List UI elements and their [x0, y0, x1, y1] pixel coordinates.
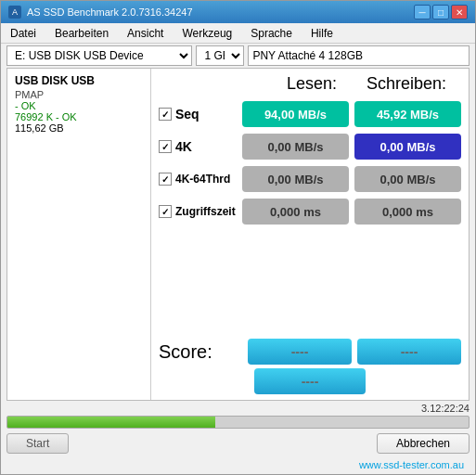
action-row: Start Abbrechen [6, 430, 470, 456]
drive-select[interactable]: E: USB DISK USB Device [6, 45, 192, 66]
progress-bar-inner [7, 417, 215, 428]
write-header: Schreiben: [367, 74, 446, 94]
4k-read-value: 0,00 MB/s [242, 134, 349, 160]
score-label: Score: [159, 341, 212, 362]
menu-datei[interactable]: Datei [5, 25, 42, 42]
disk-size: 115,62 GB [15, 122, 143, 134]
title-buttons: ─ □ ✕ [414, 5, 468, 19]
progress-bar-outer [6, 416, 470, 429]
4k64-values: 0,00 MB/s 0,00 MB/s [242, 166, 461, 192]
title-bar-left: A AS SSD Benchmark 2.0.7316.34247 [8, 6, 193, 19]
score-read-value: ---- [248, 339, 352, 365]
pmap-label: PMAP [15, 89, 143, 100]
access-checkbox[interactable]: ✓ [159, 205, 172, 218]
seq-values: 94,00 MB/s 45,92 MB/s [242, 101, 461, 127]
drive-name-field[interactable] [248, 45, 470, 66]
4k-text: 4K [175, 139, 192, 154]
window-title: AS SSD Benchmark 2.0.7316.34247 [27, 6, 193, 18]
4k-checkbox[interactable]: ✓ [159, 140, 172, 153]
bottom-area: 3.12:22:24 Start Abbrechen www.ssd-teste… [1, 401, 475, 474]
app-icon: A [8, 6, 21, 19]
bench-row-seq: ✓ Seq 94,00 MB/s 45,92 MB/s [159, 99, 461, 129]
access-values: 0,000 ms 0,000 ms [242, 199, 461, 225]
score-values: ---- ---- [248, 339, 461, 365]
left-panel: USB DISK USB PMAP - OK 76992 K - OK 115,… [7, 69, 151, 400]
access-label: ✓ Zugriffszeit [159, 205, 242, 218]
4k64-write-value: 0,00 MB/s [354, 166, 461, 192]
4k64-label: ✓ 4K-64Thrd [159, 173, 242, 186]
seq-write-value: 45,92 MB/s [354, 101, 461, 127]
score-total: ---- [159, 368, 461, 394]
access-text: Zugriffszeit [175, 205, 236, 218]
bench-row-4k: ✓ 4K 0,00 MB/s 0,00 MB/s [159, 132, 461, 161]
progress-row: 3.12:22:24 [6, 403, 470, 414]
menu-hilfe[interactable]: Hilfe [305, 25, 339, 42]
device-name: USB DISK USB [15, 74, 143, 87]
cancel-button[interactable]: Abbrechen [377, 433, 470, 454]
seq-label: ✓ Seq [159, 107, 242, 122]
seq-text: Seq [175, 107, 199, 122]
4k-label: ✓ 4K [159, 139, 242, 154]
menu-ansicht[interactable]: Ansicht [122, 25, 169, 42]
menu-bearbeiten[interactable]: Bearbeiten [49, 25, 114, 42]
minimize-button[interactable]: ─ [414, 5, 431, 19]
seq-checkbox[interactable]: ✓ [159, 108, 172, 121]
main-window: A AS SSD Benchmark 2.0.7316.34247 ─ □ ✕ … [0, 0, 476, 475]
maximize-button[interactable]: □ [432, 5, 449, 19]
status-ok1: - OK [15, 100, 143, 111]
4k-write-value: 0,00 MB/s [354, 134, 461, 160]
start-button[interactable]: Start [6, 433, 69, 454]
menu-sprache[interactable]: Sprache [245, 25, 298, 42]
bench-row-4k64: ✓ 4K-64Thrd 0,00 MB/s 0,00 MB/s [159, 164, 461, 194]
4k64-read-value: 0,00 MB/s [242, 166, 349, 192]
bench-rows: ✓ Seq 94,00 MB/s 45,92 MB/s ✓ 4K 0, [159, 99, 461, 333]
4k64-text: 4K-64Thrd [175, 173, 230, 186]
close-button[interactable]: ✕ [451, 5, 468, 19]
watermark: www.ssd-tester.com.au [6, 458, 470, 472]
access-read-value: 0,000 ms [242, 199, 349, 225]
menu-werkzeug[interactable]: Werkzeug [176, 25, 238, 42]
title-bar: A AS SSD Benchmark 2.0.7316.34247 ─ □ ✕ [1, 1, 475, 23]
4k64-checkbox[interactable]: ✓ [159, 173, 172, 186]
toolbar: E: USB DISK USB Device 1 GB [1, 44, 475, 68]
time-label: 3.12:22:24 [421, 403, 470, 414]
access-write-value: 0,000 ms [354, 199, 461, 225]
right-panel: Lesen: Schreiben: ✓ Seq 94,00 MB/s 45,92… [151, 69, 469, 400]
status-ok2: 76992 K - OK [15, 111, 143, 122]
menu-bar: Datei Bearbeiten Ansicht Werkzeug Sprach… [1, 23, 475, 44]
score-section: Score: ---- ---- ---- [159, 339, 461, 394]
bench-row-access: ✓ Zugriffszeit 0,000 ms 0,000 ms [159, 197, 461, 226]
score-write-value: ---- [357, 339, 461, 365]
score-total-value: ---- [254, 368, 366, 394]
4k-values: 0,00 MB/s 0,00 MB/s [242, 134, 461, 160]
size-select[interactable]: 1 GB [196, 45, 244, 66]
main-content: USB DISK USB PMAP - OK 76992 K - OK 115,… [6, 68, 470, 401]
seq-read-value: 94,00 MB/s [242, 101, 349, 127]
bench-header: Lesen: Schreiben: [159, 74, 461, 94]
read-header: Lesen: [287, 74, 337, 94]
